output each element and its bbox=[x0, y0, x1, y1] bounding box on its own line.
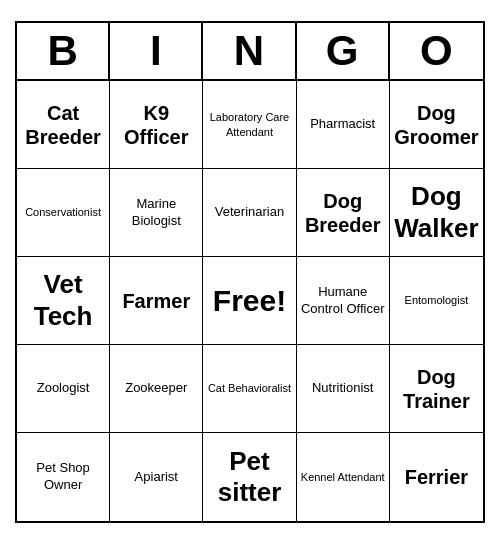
bingo-cell-9: Dog Walker bbox=[390, 169, 483, 257]
bingo-cell-14: Entomologist bbox=[390, 257, 483, 345]
bingo-cell-5: Conservationist bbox=[17, 169, 110, 257]
bingo-cell-1: K9 Officer bbox=[110, 81, 203, 169]
bingo-cell-20: Pet Shop Owner bbox=[17, 433, 110, 521]
bingo-cell-19: Dog Trainer bbox=[390, 345, 483, 433]
bingo-cell-13: Humane Control Officer bbox=[297, 257, 390, 345]
bingo-card: BINGO Cat BreederK9 OfficerLaboratory Ca… bbox=[15, 21, 485, 523]
bingo-header: BINGO bbox=[17, 23, 483, 81]
header-letter-O: O bbox=[390, 23, 483, 79]
bingo-cell-0: Cat Breeder bbox=[17, 81, 110, 169]
header-letter-I: I bbox=[110, 23, 203, 79]
bingo-cell-3: Pharmacist bbox=[297, 81, 390, 169]
bingo-cell-24: Ferrier bbox=[390, 433, 483, 521]
bingo-cell-4: Dog Groomer bbox=[390, 81, 483, 169]
bingo-cell-23: Kennel Attendant bbox=[297, 433, 390, 521]
bingo-cell-10: Vet Tech bbox=[17, 257, 110, 345]
bingo-cell-16: Zookeeper bbox=[110, 345, 203, 433]
bingo-cell-8: Dog Breeder bbox=[297, 169, 390, 257]
bingo-cell-12: Free! bbox=[203, 257, 296, 345]
bingo-cell-17: Cat Behavioralist bbox=[203, 345, 296, 433]
bingo-cell-18: Nutritionist bbox=[297, 345, 390, 433]
bingo-cell-22: Pet sitter bbox=[203, 433, 296, 521]
header-letter-G: G bbox=[297, 23, 390, 79]
bingo-cell-6: Marine Biologist bbox=[110, 169, 203, 257]
bingo-cell-11: Farmer bbox=[110, 257, 203, 345]
header-letter-N: N bbox=[203, 23, 296, 79]
bingo-cell-21: Apiarist bbox=[110, 433, 203, 521]
bingo-grid: Cat BreederK9 OfficerLaboratory Care Att… bbox=[17, 81, 483, 521]
bingo-cell-7: Veterinarian bbox=[203, 169, 296, 257]
bingo-cell-2: Laboratory Care Attendant bbox=[203, 81, 296, 169]
header-letter-B: B bbox=[17, 23, 110, 79]
bingo-cell-15: Zoologist bbox=[17, 345, 110, 433]
